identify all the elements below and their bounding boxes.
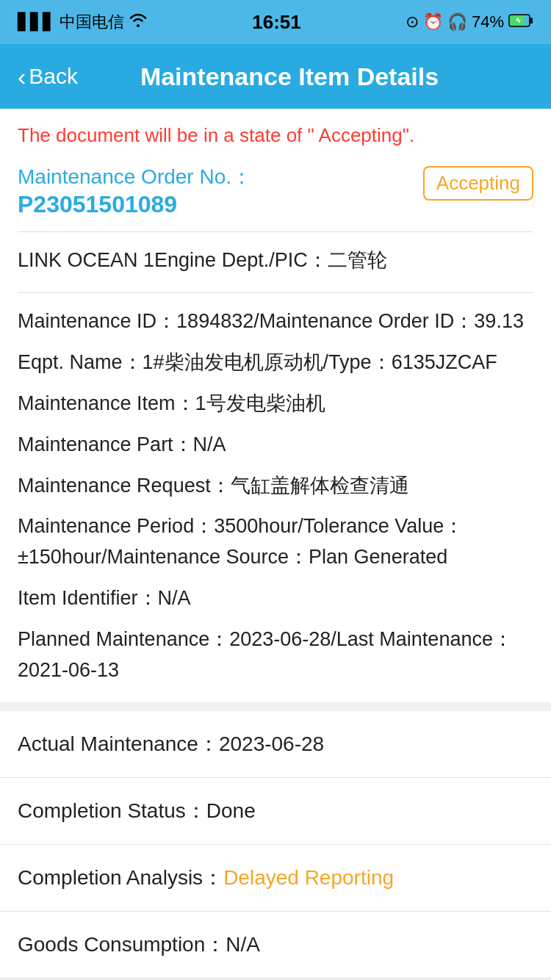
eqpt-line: Eqpt. Name：1#柴油发电机原动机/Type：6135JZCAF — [18, 347, 533, 378]
actual-maintenance-value: 2023-06-28 — [219, 732, 324, 755]
order-number: P23051501089 — [18, 191, 423, 218]
completion-status-label: Completion Status： — [18, 799, 206, 822]
completion-analysis-value: Delayed Reporting — [223, 866, 394, 889]
completion-status-value: Done — [206, 799, 256, 822]
maintenance-info-section: Maintenance ID：1894832/Maintenance Order… — [0, 293, 551, 702]
period-line: Maintenance Period：3500hour/Tolerance Va… — [18, 511, 533, 573]
warning-text: The document will be in a state of " Acc… — [18, 122, 533, 148]
order-label: Maintenance Order No.： — [18, 163, 423, 191]
headphone-icon: 🎧 — [447, 12, 467, 32]
order-header: Maintenance Order No.： P23051501089 Acce… — [0, 157, 551, 231]
request-line: Maintenance Request：气缸盖解体检查清通 — [18, 471, 533, 502]
item-line: Maintenance Item：1号发电柴油机 — [18, 389, 533, 419]
ship-info-line: LINK OCEAN 1Engine Dept./PIC：二管轮 — [18, 245, 533, 276]
back-button[interactable]: ‹ Back — [18, 62, 78, 91]
goods-consumption-row: Goods Consumption：N/A — [0, 912, 551, 979]
status-right: ⊙ ⏰ 🎧 74% — [406, 12, 533, 32]
completion-status-row: Completion Status：Done — [0, 778, 551, 845]
identifier-line: Item Identifier：N/A — [18, 583, 533, 614]
maintenance-id-line: Maintenance ID：1894832/Maintenance Order… — [18, 306, 533, 337]
completion-analysis-label: Completion Analysis： — [18, 866, 223, 889]
wifi-icon — [129, 12, 148, 32]
back-label: Back — [29, 64, 78, 89]
status-bar: ▋▋▋ 中国电信 16:51 ⊙ ⏰ 🎧 74% — [0, 0, 551, 44]
battery-label: 74% — [472, 12, 504, 32]
signal-icon: ▋▋▋ — [18, 12, 55, 32]
status-left: ▋▋▋ 中国电信 — [18, 11, 148, 33]
goods-consumption-label: Goods Consumption： — [18, 933, 226, 956]
back-chevron-icon: ‹ — [18, 62, 26, 91]
ship-info-block: LINK OCEAN 1Engine Dept./PIC：二管轮 — [0, 232, 551, 292]
goods-consumption-value: N/A — [226, 933, 260, 956]
part-line: Maintenance Part：N/A — [18, 430, 533, 461]
completion-analysis-row: Completion Analysis：Delayed Reporting — [0, 845, 551, 912]
warning-banner: The document will be in a state of " Acc… — [0, 109, 551, 157]
nav-bar: ‹ Back Maintenance Item Details — [0, 44, 551, 109]
page-title: Maintenance Item Details — [90, 62, 489, 91]
status-badge: Accepting — [423, 166, 533, 201]
alarm-icon: ⏰ — [423, 12, 443, 32]
divider-thick-1 — [0, 702, 551, 711]
svg-rect-1 — [530, 18, 533, 24]
actual-maintenance-row: Actual Maintenance：2023-06-28 — [0, 711, 551, 778]
planned-line: Planned Maintenance：2023-06-28/Last Main… — [18, 624, 533, 686]
clock: 16:51 — [252, 11, 301, 34]
battery-icon — [508, 12, 533, 32]
order-number-block: Maintenance Order No.： P23051501089 — [18, 163, 423, 218]
carrier-label: 中国电信 — [60, 11, 124, 33]
location-icon: ⊙ — [406, 12, 419, 32]
actual-maintenance-label: Actual Maintenance： — [18, 732, 219, 755]
